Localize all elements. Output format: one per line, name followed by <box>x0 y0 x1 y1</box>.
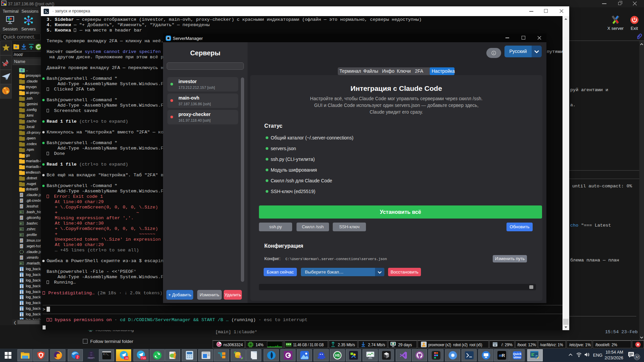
svg-text:.26: .26 <box>124 357 128 360</box>
svg-text:HS: HS <box>335 354 340 357</box>
svg-text:C:\_: C:\_ <box>103 353 109 356</box>
svg-text:R: R <box>502 353 505 358</box>
svg-text:Quick: Quick <box>513 352 522 356</box>
svg-text:715: 715 <box>141 357 146 360</box>
svg-text:utmo: utmo <box>514 356 521 359</box>
svg-text:2: 2 <box>76 355 78 359</box>
svg-text:FROSTY: FROSTY <box>88 357 95 359</box>
